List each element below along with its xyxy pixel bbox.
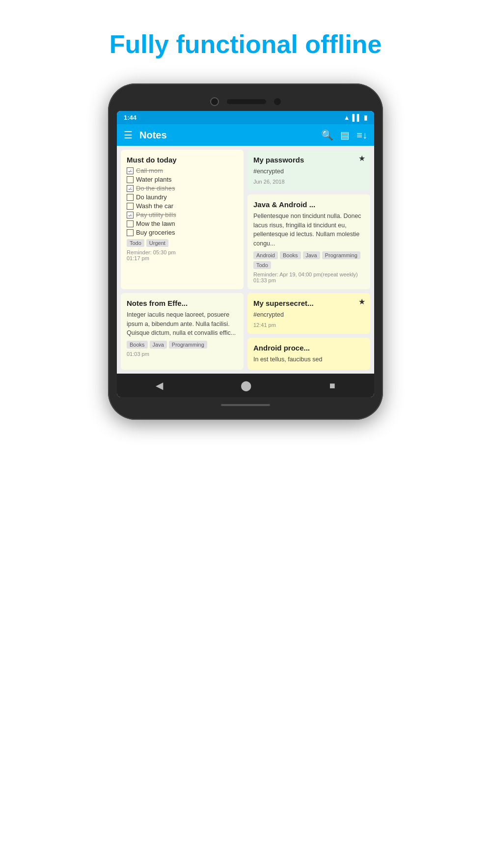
tag-todo[interactable]: Todo [127,239,144,247]
note-java-android[interactable]: Java & Android ... Pellentesque non tinc… [247,194,370,289]
note-title-effe: Notes from Effe... [127,299,238,307]
note-android-proce[interactable]: Android proce... In est tellus, faucibus… [247,338,370,370]
wifi-icon: ▲ [344,114,350,121]
note-body-passwords: #encrypted [253,167,364,176]
sort-icon[interactable]: ≡↓ [356,130,367,141]
checklist-item-dishes[interactable]: ✓ Do the dishes [127,185,238,192]
note-title-passwords: My passwords [253,156,364,164]
phone-sensor [274,98,281,105]
note-body-java: Pellentesque non tincidunt nulla. Donec … [253,212,364,248]
search-icon[interactable]: 🔍 [321,129,333,141]
tag-java-effe[interactable]: Java [150,341,167,349]
star-icon-supersecret[interactable]: ★ [358,297,365,306]
tags-java: Android Books Java Programming Todo [253,251,364,269]
signal-icon: ▌▌ [353,114,361,121]
tags-effe: Books Java Programming [127,341,238,349]
tag-java[interactable]: Java [303,251,320,259]
nav-back[interactable]: ◀ [156,380,163,391]
tag-todo-java[interactable]: Todo [253,261,271,269]
note-meta-java: Reminder: Apr 19, 04:00 pm(repeat weekly… [253,271,364,283]
nav-home[interactable]: ⬤ [241,380,251,391]
checklist-item-mow-lawn[interactable]: Mow the lawn [127,220,238,227]
notes-grid: Must do today ✓ Call mom Water plants ✓ … [117,146,374,374]
checkbox-call-mom[interactable]: ✓ [127,167,134,174]
page-headline: Fully functional offline [109,29,382,59]
note-meta-effe: 01:03 pm [127,351,238,357]
phone-top-bar [117,97,374,106]
checklist-item-wash-car[interactable]: Wash the car [127,202,238,210]
checklist-item-bills[interactable]: ✓ Pay utility bills [127,211,238,218]
note-date-passwords: Jun 26, 2018 [253,179,364,185]
phone-screen: 1:44 ▲ ▌▌ ▮ ☰ Notes 🔍 ▤ ≡↓ Must do today… [117,111,374,397]
note-meta-supersecret: 12:41 pm [253,322,364,328]
nav-recent[interactable]: ■ [329,380,335,391]
note-supersecret[interactable]: ★ My supersecret... #encrypted 12:41 pm [247,293,370,334]
checkbox-water-plants[interactable] [127,176,134,183]
note-title-supersecret: My supersecret... [253,299,364,307]
status-icons: ▲ ▌▌ ▮ [344,114,367,121]
tags-must-do: Todo Urgent [127,239,238,247]
checkbox-dishes[interactable]: ✓ [127,185,134,192]
note-body-effe: Integer iaculis neque laoreet, posuere i… [127,310,238,338]
app-title: Notes [139,130,314,141]
phone-speaker [227,99,266,104]
note-body-supersecret: #encrypted [253,310,364,320]
home-indicator [221,404,270,406]
view-icon[interactable]: ▤ [340,129,350,141]
phone-camera [210,97,219,106]
note-from-effe[interactable]: Notes from Effe... Integer iaculis neque… [121,293,244,370]
tag-programming[interactable]: Programming [322,251,360,259]
tag-android[interactable]: Android [253,251,278,259]
checkbox-wash-car[interactable] [127,203,134,210]
tag-books[interactable]: Books [280,251,301,259]
note-title-java: Java & Android ... [253,200,364,209]
phone-shell: 1:44 ▲ ▌▌ ▮ ☰ Notes 🔍 ▤ ≡↓ Must do today… [108,83,383,420]
app-bar: ☰ Notes 🔍 ▤ ≡↓ [117,124,374,146]
note-my-passwords[interactable]: ★ My passwords #encrypted Jun 26, 2018 [247,150,370,190]
bottom-nav: ◀ ⬤ ■ [117,374,374,397]
checkbox-mow-lawn[interactable] [127,220,134,227]
star-icon-passwords[interactable]: ★ [358,154,365,163]
menu-icon[interactable]: ☰ [124,129,133,141]
checkbox-bills[interactable]: ✓ [127,212,134,218]
tag-prog-effe[interactable]: Programming [169,341,207,349]
note-meta-must-do: Reminder: 05:30 pm 01:17 pm [127,249,238,261]
note-body-android: In est tellus, faucibus sed [253,355,364,364]
checkbox-groceries[interactable] [127,229,134,236]
note-title-must-do: Must do today [127,156,238,164]
checklist-item-call-mom[interactable]: ✓ Call mom [127,167,238,174]
checkbox-laundry[interactable] [127,194,134,201]
note-must-do[interactable]: Must do today ✓ Call mom Water plants ✓ … [121,150,244,289]
status-bar: 1:44 ▲ ▌▌ ▮ [117,111,374,124]
battery-icon: ▮ [364,114,367,121]
tag-urgent[interactable]: Urgent [146,239,168,247]
checklist-item-laundry[interactable]: Do laundry [127,193,238,201]
checklist-item-water-plants[interactable]: Water plants [127,176,238,183]
phone-bottom-bar [117,401,374,409]
status-time: 1:44 [124,114,136,121]
checklist-item-groceries[interactable]: Buy groceries [127,229,238,236]
tag-books-effe[interactable]: Books [127,341,148,349]
note-title-android: Android proce... [253,344,364,352]
